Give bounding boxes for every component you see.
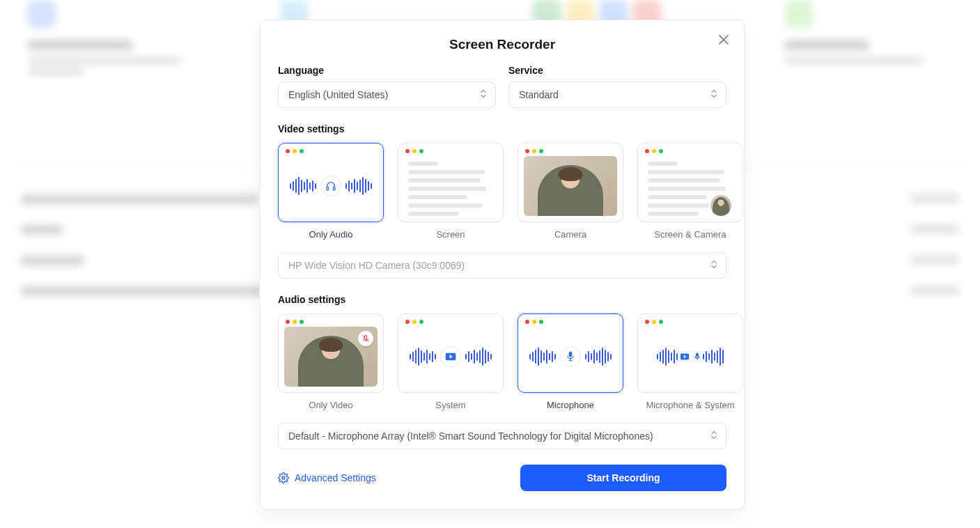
language-value: English (United States) [288, 89, 388, 100]
camera-preview-icon [284, 327, 378, 387]
avatar-icon [709, 194, 733, 217]
camera-device-value: HP Wide Vision HD Camera (30c9:0069) [288, 260, 465, 271]
microphone-device-value: Default - Microphone Array (Intel® Smart… [288, 430, 653, 442]
traffic-lights-icon [284, 320, 378, 327]
audio-option-microphone[interactable]: Microphone [518, 313, 623, 410]
option-label: Screen [436, 229, 465, 240]
microphone-icon [560, 346, 581, 367]
mic-muted-icon [358, 331, 373, 346]
chevron-updown-icon [710, 430, 717, 442]
video-options: Only Audio Screen [278, 143, 726, 240]
advanced-settings-label: Advanced Settings [295, 472, 376, 483]
option-label: Microphone & System [646, 400, 734, 410]
svg-rect-0 [327, 187, 329, 190]
gear-icon [278, 472, 289, 483]
screen-play-icon [680, 353, 690, 360]
language-select[interactable]: English (United States) [278, 81, 496, 108]
document-lines-icon [404, 156, 497, 222]
advanced-settings-link[interactable]: Advanced Settings [278, 472, 376, 483]
camera-preview-icon [524, 156, 617, 216]
modal-title: Screen Recorder [278, 37, 726, 52]
option-label: Only Video [309, 400, 352, 410]
video-option-screen[interactable]: Screen [398, 143, 504, 240]
traffic-lights-icon [524, 320, 617, 327]
chevron-updown-icon [710, 89, 717, 101]
video-option-screen-camera[interactable]: Screen & Camera [637, 143, 743, 240]
video-settings-label: Video settings [278, 123, 726, 134]
traffic-lights-icon [404, 149, 497, 156]
service-label: Service [508, 65, 726, 76]
language-label: Language [278, 65, 496, 76]
service-select[interactable]: Standard [508, 81, 726, 108]
audio-option-only-video[interactable]: Only Video [278, 313, 384, 410]
svg-rect-1 [333, 187, 335, 190]
audio-options: Only Video System [278, 313, 726, 410]
option-label: Camera [554, 229, 586, 240]
microphone-icon [694, 352, 701, 361]
video-option-only-audio[interactable]: Only Audio [278, 143, 384, 240]
svg-rect-4 [569, 352, 571, 357]
option-label: System [435, 400, 465, 410]
document-lines-icon [644, 156, 737, 222]
traffic-lights-icon [644, 320, 737, 327]
traffic-lights-icon [644, 149, 737, 156]
video-option-camera[interactable]: Camera [518, 143, 623, 240]
start-recording-button[interactable]: Start Recording [520, 465, 726, 491]
chevron-updown-icon [480, 89, 487, 101]
option-label: Only Audio [309, 229, 353, 240]
traffic-lights-icon [404, 320, 497, 327]
traffic-lights-icon [524, 149, 617, 156]
microphone-device-select[interactable]: Default - Microphone Array (Intel® Smart… [278, 423, 726, 449]
screen-play-icon [440, 346, 461, 367]
option-label: Microphone [547, 400, 594, 410]
option-label: Screen & Camera [654, 229, 726, 240]
traffic-lights-icon [284, 149, 378, 156]
headphones-icon [320, 176, 341, 196]
audio-option-system[interactable]: System [398, 313, 504, 410]
svg-rect-6 [697, 353, 699, 357]
audio-option-mic-system[interactable]: Microphone & System [637, 313, 743, 410]
camera-device-select[interactable]: HP Wide Vision HD Camera (30c9:0069) [278, 252, 726, 279]
service-value: Standard [519, 89, 559, 100]
close-button[interactable] [714, 30, 733, 49]
close-icon [719, 35, 729, 45]
svg-point-7 [282, 476, 285, 479]
audio-settings-label: Audio settings [278, 294, 726, 305]
chevron-updown-icon [710, 260, 717, 272]
screen-recorder-modal: Screen Recorder Language English (United… [259, 20, 745, 510]
